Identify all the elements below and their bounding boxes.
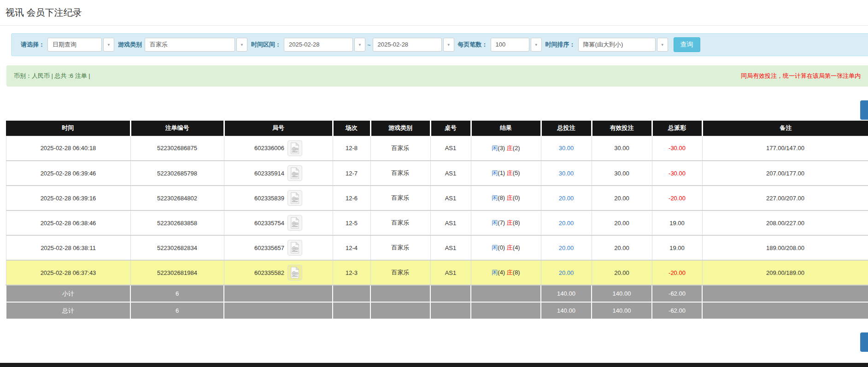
cell-game: 百家乐 (370, 235, 430, 260)
cell-game: 百家乐 (370, 186, 430, 210)
date-from-select[interactable]: 2025-02-28 ▼ (284, 38, 365, 52)
round-number: 602335754 (254, 220, 284, 227)
player-label: 闲 (492, 145, 498, 151)
header-game-type: 游戏类别 (370, 121, 430, 136)
cell-result: 闲(7) 庄(8) (471, 210, 541, 235)
cell-remark: 209.00/189.00 (702, 260, 868, 285)
page-title: 视讯 会员下注纪录 (6, 6, 868, 19)
banker-score: (0) (513, 194, 520, 201)
cell-game: 百家乐 (370, 136, 430, 161)
export-button-top[interactable] (860, 100, 868, 120)
banker-label: 庄 (507, 145, 513, 151)
banker-score: (2) (513, 145, 520, 151)
cell-round-no: 602335754 (224, 210, 333, 235)
search-button[interactable]: 查询 (674, 37, 700, 52)
player-label: 闲 (492, 219, 498, 226)
chevron-down-icon: ▼ (236, 38, 247, 52)
cell-total-bet[interactable]: 20.00 (541, 235, 592, 260)
header-session: 场次 (333, 121, 370, 136)
query-type-select[interactable]: 日期查询 ▼ (47, 38, 114, 52)
cell-game: 百家乐 (370, 260, 430, 285)
page-size-select[interactable]: 100 ▼ (491, 38, 542, 52)
table-row: 2025-02-28 06:38:11 522302682834 6023356… (6, 235, 868, 260)
table-row: 2025-02-28 06:39:16 522302684802 6023358… (6, 186, 868, 210)
banker-label: 庄 (507, 244, 513, 251)
cell-bet-no: 522302683858 (130, 210, 224, 235)
player-score: (0) (498, 244, 505, 251)
cell-round-no: 602335657 (224, 235, 333, 260)
banker-label: 庄 (507, 219, 513, 226)
date-to-select[interactable]: 2025-02-28 ▼ (373, 38, 454, 52)
round-number: 602335582 (254, 269, 284, 276)
export-button-bottom[interactable] (860, 332, 868, 352)
video-replay-icon[interactable] (287, 240, 302, 256)
header-payout: 总派彩 (652, 121, 702, 136)
cell-total-bet[interactable]: 30.00 (541, 161, 592, 186)
grand-total-label: 总计 (6, 302, 130, 319)
date-to-value: 2025-02-28 (373, 38, 442, 52)
banker-label: 庄 (507, 194, 513, 201)
game-type-select[interactable]: 百家乐 ▼ (145, 38, 247, 52)
page-size-label: 每页笔数： (458, 41, 488, 49)
cell-payout: 19.00 (652, 235, 702, 260)
cell-table-no: AS1 (430, 161, 471, 186)
currency-total-text: 币别：人民币 | 总共 :6 注单 | (14, 72, 90, 80)
betting-records-page: 视讯 会员下注纪录 请选择： 日期查询 ▼ 游戏类别 百家乐 ▼ 时间区间： 2… (0, 0, 868, 367)
cell-remark: 189.00/208.00 (702, 235, 868, 260)
header-round-no: 局号 (224, 121, 333, 136)
player-score: (3) (498, 145, 505, 151)
cell-total-bet[interactable]: 20.00 (541, 186, 592, 210)
filter-bar: 请选择： 日期查询 ▼ 游戏类别 百家乐 ▼ 时间区间： 2025-02-28 … (11, 33, 868, 56)
chevron-down-icon: ▼ (354, 38, 365, 52)
subtotal-label: 小计 (6, 285, 130, 302)
cell-total-bet[interactable]: 20.00 (541, 210, 592, 235)
table-row: 2025-02-28 06:40:18 522302686875 6023360… (6, 136, 868, 161)
round-number: 602335657 (254, 245, 284, 251)
video-replay-icon[interactable] (287, 140, 302, 156)
cell-round-no: 602336006 (224, 136, 333, 161)
cell-bet-no: 522302681984 (130, 260, 224, 285)
title-divider (0, 25, 868, 26)
video-replay-icon[interactable] (287, 215, 302, 231)
cell-time: 2025-02-28 06:38:11 (6, 235, 130, 260)
cell-result: 闲(0) 庄(4) (471, 235, 541, 260)
page-size-value: 100 (491, 38, 529, 52)
cell-table-no: AS1 (430, 136, 471, 161)
player-score: (8) (498, 194, 505, 201)
cell-game: 百家乐 (370, 210, 430, 235)
cell-session: 12-4 (333, 235, 370, 260)
cell-session: 12-3 (333, 260, 370, 285)
date-from-value: 2025-02-28 (284, 38, 353, 52)
round-number: 602336006 (254, 145, 284, 151)
banker-score: (5) (513, 169, 520, 176)
cell-remark: 208.00/227.00 (702, 210, 868, 235)
player-label: 闲 (492, 194, 498, 201)
player-score: (4) (498, 269, 505, 276)
cell-time: 2025-02-28 06:38:46 (6, 210, 130, 235)
player-label: 闲 (492, 244, 498, 251)
cell-total-bet[interactable]: 30.00 (541, 136, 592, 161)
cell-total-bet[interactable]: 20.00 (541, 260, 592, 285)
cell-payout: -20.00 (652, 186, 702, 210)
cell-session: 12-8 (333, 136, 370, 161)
player-label: 闲 (492, 269, 498, 276)
cell-time: 2025-02-28 06:39:46 (6, 161, 130, 186)
grand-total-row: 总计 6 140.00 140.00 -62.00 (6, 302, 868, 319)
subtotal-count: 6 (130, 285, 224, 302)
video-replay-icon[interactable] (287, 190, 302, 206)
cell-valid-bet: 20.00 (592, 186, 652, 210)
video-replay-icon[interactable] (287, 165, 302, 181)
player-score: (1) (498, 169, 505, 176)
chevron-down-icon: ▼ (103, 38, 114, 52)
time-range-label: 时间区间： (251, 41, 281, 49)
cell-session: 12-7 (333, 161, 370, 186)
cell-remark: 227.00/207.00 (702, 186, 868, 210)
video-replay-icon[interactable] (287, 265, 302, 280)
time-sort-select[interactable]: 降冪(由大到小) ▼ (578, 38, 668, 52)
cell-session: 12-5 (333, 210, 370, 235)
cell-valid-bet: 20.00 (592, 210, 652, 235)
cell-valid-bet: 30.00 (592, 136, 652, 161)
cell-result: 闲(3) 庄(2) (471, 136, 541, 161)
chevron-down-icon: ▼ (657, 38, 668, 52)
grand-total-payout: -62.00 (652, 302, 702, 319)
